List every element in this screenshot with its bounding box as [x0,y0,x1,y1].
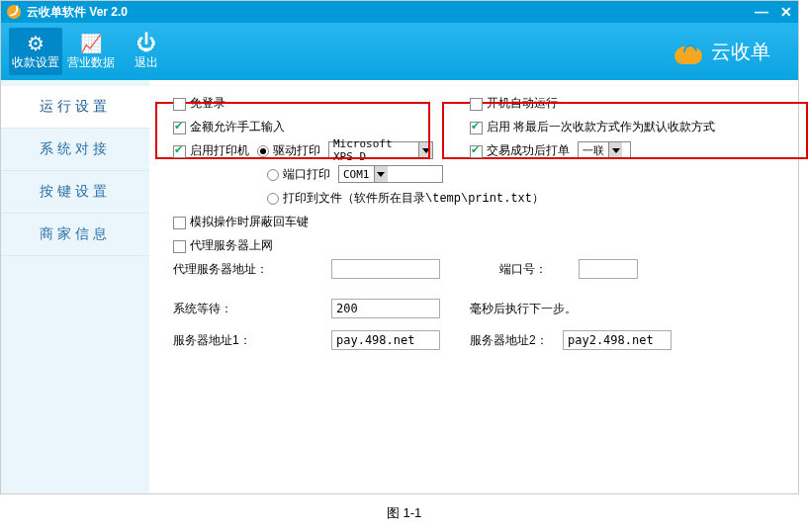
sidebar-item-run-settings[interactable]: 运行设置 [1,86,149,129]
label-sys-wait: 系统等待： [173,301,331,317]
sidebar-item-key-settings[interactable]: 按键设置 [1,171,149,214]
label-file-print: 打印到文件（软件所在目录\temp\print.txt） [283,190,544,207]
app-icon [7,5,21,19]
window-controls: — ✕ [755,4,792,20]
window-title: 云收单软件 Ver 2.0 [27,4,128,21]
chart-icon [80,33,102,54]
select-printer-port[interactable]: COM1 [338,165,443,183]
checkbox-manual-amount[interactable] [173,122,186,134]
label-proxy-enable: 代理服务器上网 [190,237,273,254]
chevron-down-icon [374,166,388,182]
sidebar: 运行设置 系统对接 按键设置 商家信息 [1,80,149,493]
label-proxy-addr: 代理服务器地址： [173,261,331,278]
input-proxy-port[interactable] [579,259,638,279]
power-icon [135,33,157,54]
app-window: 云收单软件 Ver 2.0 — ✕ 收款设置 营业数据 退出 云收单 运行设置 … [0,0,799,494]
gear-icon [25,33,46,54]
minimize-button[interactable]: — [755,4,768,20]
checkbox-free-login[interactable] [173,98,186,111]
ribbon-business-data[interactable]: 营业数据 [64,28,118,75]
input-server2[interactable]: pay2.498.net [563,330,672,350]
ribbon-label: 退出 [135,54,158,71]
checkbox-proxy-enable[interactable] [173,240,186,253]
ribbon: 收款设置 营业数据 退出 云收单 [1,23,798,80]
checkbox-last-pay-default[interactable] [470,122,483,134]
checkbox-enable-printer[interactable] [173,145,186,158]
label-sys-wait-suffix: 毫秒后执行下一步。 [470,301,577,317]
label-port-print: 端口打印 [283,166,330,183]
label-proxy-port: 端口号： [499,261,579,278]
brand: 云收单 [673,37,790,66]
sidebar-item-merchant-info[interactable]: 商家信息 [1,214,149,256]
input-proxy-addr[interactable] [331,259,440,279]
checkbox-print-after-txn[interactable] [470,145,483,158]
figure-caption: 图 1-1 [0,494,808,526]
input-server1[interactable]: pay.498.net [331,330,440,350]
brand-text: 云收单 [711,39,770,65]
highlight-box-right [442,102,808,159]
radio-port-print[interactable] [267,169,279,181]
titlebar: 云收单软件 Ver 2.0 — ✕ [1,1,798,23]
ribbon-exit[interactable]: 退出 [120,28,173,75]
label-server1: 服务器地址1： [173,332,331,349]
ribbon-label: 营业数据 [67,54,115,71]
radio-driver-print[interactable] [257,145,269,157]
sidebar-item-system-dock[interactable]: 系统对接 [1,129,149,171]
body: 运行设置 系统对接 按键设置 商家信息 免登录 开机自动运行 [1,80,798,493]
label-server2: 服务器地址2： [470,332,563,349]
brand-logo-icon [673,37,703,66]
ribbon-label: 收款设置 [12,54,59,71]
highlight-box-left [155,102,430,159]
label-sim-mask-enter: 模拟操作时屏蔽回车键 [190,214,309,230]
ribbon-payment-settings[interactable]: 收款设置 [9,28,62,75]
checkbox-sim-mask-enter[interactable] [173,217,186,229]
checkbox-autorun[interactable] [470,98,483,111]
input-sys-wait[interactable]: 200 [331,299,440,318]
close-button[interactable]: ✕ [780,4,792,20]
content-pane: 免登录 开机自动运行 金额允许手工输入 启用 将最后一次收款方式作为默认收款方式 [149,80,798,493]
radio-file-print[interactable] [267,193,279,205]
